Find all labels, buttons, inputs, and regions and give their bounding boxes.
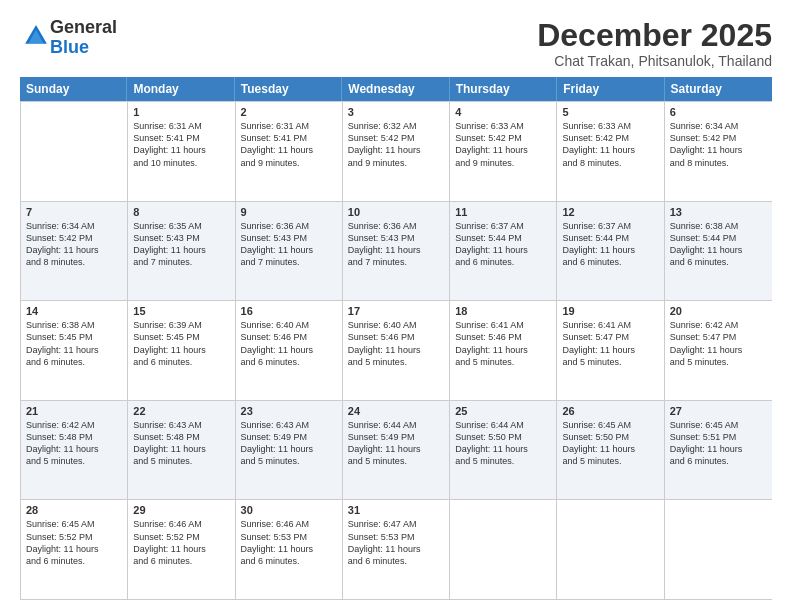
calendar-cell — [557, 500, 664, 599]
day-number: 20 — [670, 305, 767, 317]
day-number: 27 — [670, 405, 767, 417]
calendar-row: 28Sunrise: 6:45 AMSunset: 5:52 PMDayligh… — [21, 499, 772, 599]
cell-info: Sunrise: 6:43 AMSunset: 5:49 PMDaylight:… — [241, 419, 337, 468]
header-tuesday: Tuesday — [235, 77, 342, 101]
calendar-body: 1Sunrise: 6:31 AMSunset: 5:41 PMDaylight… — [20, 101, 772, 600]
cell-info: Sunrise: 6:45 AMSunset: 5:50 PMDaylight:… — [562, 419, 658, 468]
day-number: 10 — [348, 206, 444, 218]
day-number: 23 — [241, 405, 337, 417]
day-number: 29 — [133, 504, 229, 516]
day-number: 1 — [133, 106, 229, 118]
cell-info: Sunrise: 6:37 AMSunset: 5:44 PMDaylight:… — [455, 220, 551, 269]
cell-info: Sunrise: 6:34 AMSunset: 5:42 PMDaylight:… — [670, 120, 767, 169]
calendar-cell: 17Sunrise: 6:40 AMSunset: 5:46 PMDayligh… — [343, 301, 450, 400]
title-block: December 2025 Chat Trakan, Phitsanulok, … — [537, 18, 772, 69]
header-saturday: Saturday — [665, 77, 772, 101]
day-number: 15 — [133, 305, 229, 317]
calendar-cell: 28Sunrise: 6:45 AMSunset: 5:52 PMDayligh… — [21, 500, 128, 599]
logo-blue-text: Blue — [50, 37, 89, 57]
calendar-cell: 6Sunrise: 6:34 AMSunset: 5:42 PMDaylight… — [665, 102, 772, 201]
cell-info: Sunrise: 6:41 AMSunset: 5:46 PMDaylight:… — [455, 319, 551, 368]
day-number: 31 — [348, 504, 444, 516]
calendar-header: Sunday Monday Tuesday Wednesday Thursday… — [20, 77, 772, 101]
page: General Blue December 2025 Chat Trakan, … — [0, 0, 792, 612]
header: General Blue December 2025 Chat Trakan, … — [20, 18, 772, 69]
cell-info: Sunrise: 6:32 AMSunset: 5:42 PMDaylight:… — [348, 120, 444, 169]
day-number: 9 — [241, 206, 337, 218]
cell-info: Sunrise: 6:38 AMSunset: 5:44 PMDaylight:… — [670, 220, 767, 269]
day-number: 3 — [348, 106, 444, 118]
calendar-cell: 10Sunrise: 6:36 AMSunset: 5:43 PMDayligh… — [343, 202, 450, 301]
header-thursday: Thursday — [450, 77, 557, 101]
day-number: 14 — [26, 305, 122, 317]
day-number: 24 — [348, 405, 444, 417]
day-number: 13 — [670, 206, 767, 218]
calendar-row: 7Sunrise: 6:34 AMSunset: 5:42 PMDaylight… — [21, 201, 772, 301]
cell-info: Sunrise: 6:39 AMSunset: 5:45 PMDaylight:… — [133, 319, 229, 368]
cell-info: Sunrise: 6:45 AMSunset: 5:51 PMDaylight:… — [670, 419, 767, 468]
calendar-cell: 23Sunrise: 6:43 AMSunset: 5:49 PMDayligh… — [236, 401, 343, 500]
calendar-cell: 24Sunrise: 6:44 AMSunset: 5:49 PMDayligh… — [343, 401, 450, 500]
day-number: 7 — [26, 206, 122, 218]
calendar-cell: 29Sunrise: 6:46 AMSunset: 5:52 PMDayligh… — [128, 500, 235, 599]
cell-info: Sunrise: 6:40 AMSunset: 5:46 PMDaylight:… — [241, 319, 337, 368]
day-number: 21 — [26, 405, 122, 417]
cell-info: Sunrise: 6:34 AMSunset: 5:42 PMDaylight:… — [26, 220, 122, 269]
calendar-cell: 14Sunrise: 6:38 AMSunset: 5:45 PMDayligh… — [21, 301, 128, 400]
cell-info: Sunrise: 6:45 AMSunset: 5:52 PMDaylight:… — [26, 518, 122, 567]
cell-info: Sunrise: 6:43 AMSunset: 5:48 PMDaylight:… — [133, 419, 229, 468]
calendar-cell: 20Sunrise: 6:42 AMSunset: 5:47 PMDayligh… — [665, 301, 772, 400]
cell-info: Sunrise: 6:35 AMSunset: 5:43 PMDaylight:… — [133, 220, 229, 269]
calendar-cell: 16Sunrise: 6:40 AMSunset: 5:46 PMDayligh… — [236, 301, 343, 400]
calendar-cell: 9Sunrise: 6:36 AMSunset: 5:43 PMDaylight… — [236, 202, 343, 301]
cell-info: Sunrise: 6:42 AMSunset: 5:47 PMDaylight:… — [670, 319, 767, 368]
calendar-cell: 13Sunrise: 6:38 AMSunset: 5:44 PMDayligh… — [665, 202, 772, 301]
calendar-cell: 8Sunrise: 6:35 AMSunset: 5:43 PMDaylight… — [128, 202, 235, 301]
day-number: 12 — [562, 206, 658, 218]
cell-info: Sunrise: 6:31 AMSunset: 5:41 PMDaylight:… — [133, 120, 229, 169]
cell-info: Sunrise: 6:36 AMSunset: 5:43 PMDaylight:… — [348, 220, 444, 269]
header-monday: Monday — [127, 77, 234, 101]
calendar-cell: 5Sunrise: 6:33 AMSunset: 5:42 PMDaylight… — [557, 102, 664, 201]
calendar-cell: 30Sunrise: 6:46 AMSunset: 5:53 PMDayligh… — [236, 500, 343, 599]
cell-info: Sunrise: 6:46 AMSunset: 5:52 PMDaylight:… — [133, 518, 229, 567]
cell-info: Sunrise: 6:36 AMSunset: 5:43 PMDaylight:… — [241, 220, 337, 269]
logo-general-text: General — [50, 17, 117, 37]
day-number: 16 — [241, 305, 337, 317]
cell-info: Sunrise: 6:38 AMSunset: 5:45 PMDaylight:… — [26, 319, 122, 368]
calendar-row: 14Sunrise: 6:38 AMSunset: 5:45 PMDayligh… — [21, 300, 772, 400]
cell-info: Sunrise: 6:33 AMSunset: 5:42 PMDaylight:… — [562, 120, 658, 169]
cell-info: Sunrise: 6:37 AMSunset: 5:44 PMDaylight:… — [562, 220, 658, 269]
cell-info: Sunrise: 6:44 AMSunset: 5:49 PMDaylight:… — [348, 419, 444, 468]
cell-info: Sunrise: 6:31 AMSunset: 5:41 PMDaylight:… — [241, 120, 337, 169]
calendar-cell: 3Sunrise: 6:32 AMSunset: 5:42 PMDaylight… — [343, 102, 450, 201]
cell-info: Sunrise: 6:41 AMSunset: 5:47 PMDaylight:… — [562, 319, 658, 368]
calendar-cell: 26Sunrise: 6:45 AMSunset: 5:50 PMDayligh… — [557, 401, 664, 500]
month-title: December 2025 — [537, 18, 772, 53]
logo: General Blue — [20, 18, 117, 58]
calendar-cell: 21Sunrise: 6:42 AMSunset: 5:48 PMDayligh… — [21, 401, 128, 500]
cell-info: Sunrise: 6:44 AMSunset: 5:50 PMDaylight:… — [455, 419, 551, 468]
cell-info: Sunrise: 6:40 AMSunset: 5:46 PMDaylight:… — [348, 319, 444, 368]
calendar-cell: 11Sunrise: 6:37 AMSunset: 5:44 PMDayligh… — [450, 202, 557, 301]
day-number: 19 — [562, 305, 658, 317]
header-friday: Friday — [557, 77, 664, 101]
day-number: 26 — [562, 405, 658, 417]
calendar-cell: 31Sunrise: 6:47 AMSunset: 5:53 PMDayligh… — [343, 500, 450, 599]
calendar-cell: 2Sunrise: 6:31 AMSunset: 5:41 PMDaylight… — [236, 102, 343, 201]
day-number: 11 — [455, 206, 551, 218]
logo-icon — [22, 22, 50, 50]
calendar-cell: 15Sunrise: 6:39 AMSunset: 5:45 PMDayligh… — [128, 301, 235, 400]
day-number: 8 — [133, 206, 229, 218]
cell-info: Sunrise: 6:46 AMSunset: 5:53 PMDaylight:… — [241, 518, 337, 567]
day-number: 30 — [241, 504, 337, 516]
day-number: 28 — [26, 504, 122, 516]
calendar-cell: 12Sunrise: 6:37 AMSunset: 5:44 PMDayligh… — [557, 202, 664, 301]
header-wednesday: Wednesday — [342, 77, 449, 101]
calendar-row: 21Sunrise: 6:42 AMSunset: 5:48 PMDayligh… — [21, 400, 772, 500]
location: Chat Trakan, Phitsanulok, Thailand — [537, 53, 772, 69]
day-number: 18 — [455, 305, 551, 317]
calendar-cell — [665, 500, 772, 599]
cell-info: Sunrise: 6:42 AMSunset: 5:48 PMDaylight:… — [26, 419, 122, 468]
calendar-cell: 4Sunrise: 6:33 AMSunset: 5:42 PMDaylight… — [450, 102, 557, 201]
